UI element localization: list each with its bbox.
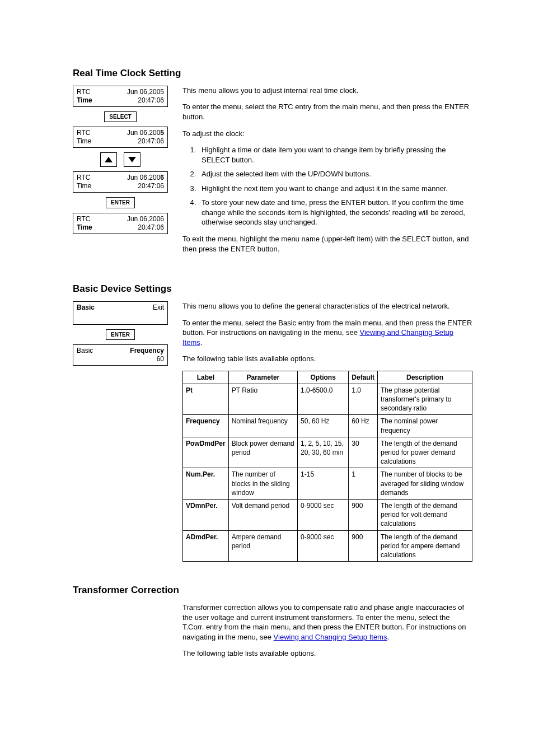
cell-param: Volt demand period bbox=[228, 499, 297, 530]
cell-desc: The phase potential transformer's primar… bbox=[378, 384, 472, 415]
select-button-icon: SELECT bbox=[104, 111, 136, 123]
cell-desc: The length of the demand period for powe… bbox=[378, 437, 472, 468]
cell-desc: The nominal power frequency bbox=[378, 415, 472, 437]
cell-options: 0-9000 sec bbox=[298, 530, 349, 562]
enter-button-icon: ENTER bbox=[106, 329, 135, 340]
rtc-step: Adjust the selected item with the UP/DOW… bbox=[198, 169, 472, 179]
rtc-screen-2: RTCJun 06,2005 Time20:47:06 bbox=[73, 127, 168, 148]
rtc-screen-1: RTCJun 06,2005 Time20:47:06 bbox=[73, 86, 168, 107]
cell-default: 30 bbox=[349, 437, 378, 468]
table-row: PowDmdPerBlock power demand period1, 2, … bbox=[183, 437, 472, 468]
basic-screen-1: BasicExit bbox=[73, 301, 168, 325]
cell-options: 0-9000 sec bbox=[298, 499, 349, 530]
cell-options: 1, 2, 5, 10, 15, 20, 30, 60 min bbox=[298, 437, 349, 468]
rtc-steps-list: Highlight a time or date item you want t… bbox=[182, 145, 472, 227]
table-row: VDmnPer.Volt demand period0-9000 sec900T… bbox=[183, 499, 472, 530]
th-options: Options bbox=[298, 371, 349, 384]
rtc-intro: This menu allows you to adjust internal … bbox=[182, 86, 472, 96]
basic-screens-column: BasicExit ENTER BasicFrequency 60 bbox=[73, 301, 168, 371]
cell-param: The number of blocks in the sliding wind… bbox=[228, 468, 297, 500]
basic-options-table: Label Parameter Options Default Descript… bbox=[182, 371, 472, 562]
basic-screen-2: BasicFrequency 60 bbox=[73, 344, 168, 366]
cell-default: 1 bbox=[349, 468, 378, 500]
rtc-step: Highlight the next item you want to chan… bbox=[198, 184, 472, 194]
cell-default: 900 bbox=[349, 499, 378, 530]
th-default: Default bbox=[349, 371, 378, 384]
cell-param: Ampere demand period bbox=[228, 530, 297, 562]
th-description: Description bbox=[378, 371, 472, 384]
cell-options: 50, 60 Hz bbox=[298, 415, 349, 437]
basic-enter: To enter the menu, select the Basic entr… bbox=[182, 318, 472, 348]
link-viewing-changing[interactable]: Viewing and Changing Setup Items bbox=[274, 633, 387, 641]
cell-options: 1.0-6500.0 bbox=[298, 384, 349, 415]
cell-desc: The length of the demand period for ampe… bbox=[378, 530, 472, 562]
tcorr-p2: The following table lists available opti… bbox=[182, 648, 472, 659]
table-row: PtPT Ratio1.0-6500.01.0The phase potenti… bbox=[183, 384, 472, 415]
enter-button-icon: ENTER bbox=[106, 197, 135, 208]
rtc-enter: To enter the menu, select the RTC entry … bbox=[182, 102, 472, 122]
up-arrow-icon bbox=[100, 152, 117, 167]
cell-param: Nominal frequency bbox=[228, 415, 297, 437]
cell-desc: The length of the demand period for volt… bbox=[378, 499, 472, 530]
cell-default: 60 Hz bbox=[349, 415, 378, 437]
cell-label: Num.Per. bbox=[183, 468, 229, 500]
cell-param: Block power demand period bbox=[228, 437, 297, 468]
rtc-adjust-label: To adjust the clock: bbox=[182, 129, 472, 139]
tcorr-p1: Transformer correction allows you to com… bbox=[182, 603, 472, 642]
table-row: FrequencyNominal frequency50, 60 Hz60 Hz… bbox=[183, 415, 472, 437]
basic-intro: This menu allows you to define the gener… bbox=[182, 301, 472, 311]
basic-text-column: This menu allows you to define the gener… bbox=[182, 301, 472, 562]
cell-options: 1-15 bbox=[298, 468, 349, 500]
table-row: Num.Per.The number of blocks in the slid… bbox=[183, 468, 472, 500]
cell-label: PowDmdPer bbox=[183, 437, 229, 468]
rtc-step: Highlight a time or date item you want t… bbox=[198, 145, 472, 165]
cell-label: VDmnPer. bbox=[183, 499, 229, 530]
table-row: ADmdPer.Ampere demand period0-9000 sec90… bbox=[183, 530, 472, 562]
rtc-screen-4: RTCJun 06,2006 Time20:47:06 bbox=[73, 213, 168, 234]
down-arrow-icon bbox=[124, 152, 140, 167]
cell-desc: The number of blocks to be averaged for … bbox=[378, 468, 472, 500]
cell-default: 900 bbox=[349, 530, 378, 562]
rtc-text-column: This menu allows you to adjust internal … bbox=[182, 86, 472, 260]
cell-label: Pt bbox=[183, 384, 229, 415]
th-label: Label bbox=[183, 371, 229, 384]
rtc-screens-column: RTCJun 06,2005 Time20:47:06 SELECT RTCJu… bbox=[73, 86, 168, 239]
cell-default: 1.0 bbox=[349, 384, 378, 415]
rtc-screen-3: RTCJun 06,2006 Time20:47:06 bbox=[73, 171, 168, 193]
rtc-exit: To exit the menu, highlight the menu nam… bbox=[182, 234, 472, 254]
basic-table-intro: The following table lists available opti… bbox=[182, 354, 472, 364]
tcorr-text-column: Transformer correction allows you to com… bbox=[182, 603, 472, 665]
th-parameter: Parameter bbox=[228, 371, 297, 384]
cell-param: PT Ratio bbox=[228, 384, 297, 415]
heading-rtc: Real Time Clock Setting bbox=[73, 67, 472, 80]
cell-label: Frequency bbox=[183, 415, 229, 437]
cell-label: ADmdPer. bbox=[183, 530, 229, 562]
heading-basic: Basic Device Settings bbox=[73, 283, 472, 296]
section-basic: Basic Device Settings BasicExit ENTER Ba… bbox=[73, 283, 472, 562]
heading-tcorr: Transformer Correction bbox=[73, 584, 472, 597]
section-tcorr: Transformer Correction Transformer corre… bbox=[73, 584, 472, 665]
section-rtc: Real Time Clock Setting RTCJun 06,2005 T… bbox=[73, 67, 472, 260]
rtc-step: To store your new date and time, press t… bbox=[198, 198, 472, 227]
